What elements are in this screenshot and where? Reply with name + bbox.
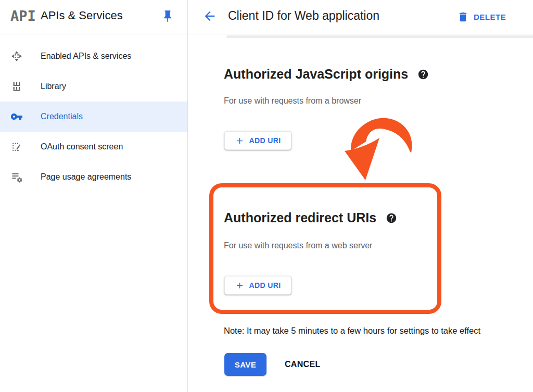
key-icon xyxy=(10,110,23,123)
settings-note: Note: It may take 5 minutes to a few hou… xyxy=(224,326,480,336)
arrow-back-icon xyxy=(202,17,217,25)
section-heading-text: Authorized redirect URIs xyxy=(224,210,376,225)
sidebar-item-credentials[interactable]: Credentials xyxy=(0,102,187,132)
plus-icon xyxy=(235,281,245,290)
enabled-apis-icon xyxy=(10,50,23,62)
sidebar-item-label: Credentials xyxy=(41,112,83,121)
section-description: For use with requests from a browser xyxy=(224,96,361,106)
delete-button-label: DELETE xyxy=(474,12,506,21)
sidebar-item-page-usage-agreements[interactable]: Page usage agreements xyxy=(0,162,187,192)
sidebar-item-label: OAuth consent screen xyxy=(41,142,123,151)
delete-button[interactable]: DELETE xyxy=(457,7,506,27)
section-heading-redirect-uris: Authorized redirect URIs xyxy=(224,210,397,225)
product-name: APIs & Services xyxy=(41,9,123,22)
section-heading-text: Authorized JavaScript origins xyxy=(224,67,408,82)
form-actions: SAVE CANCEL xyxy=(224,353,320,376)
help-icon[interactable] xyxy=(417,69,429,80)
sidebar-item-library[interactable]: Library xyxy=(0,71,187,102)
save-button[interactable]: SAVE xyxy=(224,353,266,376)
apis-services-console: API APIs & Services Client ID for Web ap… xyxy=(0,0,533,392)
annotation-highlight-box: Authorized redirect URIs For use with re… xyxy=(209,183,441,314)
plus-icon xyxy=(235,136,245,146)
annotation-arrow xyxy=(341,115,419,183)
sidebar-item-enabled-apis[interactable]: Enabled APIs & services xyxy=(0,41,187,71)
main-content: Authorized JavaScript origins For use wi… xyxy=(188,34,533,392)
add-uri-button-js-origins[interactable]: ADD URI xyxy=(224,131,291,150)
sidebar-divider xyxy=(187,0,188,392)
page-title: Client ID for Web application xyxy=(228,9,379,23)
scrolled-content-edge xyxy=(226,35,533,38)
sidebar-item-label: Library xyxy=(41,82,66,91)
library-icon xyxy=(10,80,23,93)
sidebar-item-label: Enabled APIs & services xyxy=(41,52,131,61)
add-uri-button-label: ADD URI xyxy=(249,281,281,289)
sidebar-item-label: Page usage agreements xyxy=(41,172,131,182)
api-product-logo: API xyxy=(10,8,36,24)
cancel-button[interactable]: CANCEL xyxy=(285,360,320,369)
top-app-bar: API APIs & Services Client ID for Web ap… xyxy=(0,0,533,34)
oauth-consent-icon xyxy=(10,141,23,153)
back-button[interactable] xyxy=(201,8,219,26)
sidebar-item-oauth-consent[interactable]: OAuth consent screen xyxy=(0,132,187,162)
add-uri-button-redirect-uris[interactable]: ADD URI xyxy=(224,276,291,295)
pushpin-icon xyxy=(161,17,174,24)
sidebar-nav: Enabled APIs & services Library xyxy=(0,34,187,392)
section-heading-js-origins: Authorized JavaScript origins xyxy=(224,67,429,82)
section-description: For use with requests from a web server xyxy=(224,241,372,250)
help-icon[interactable] xyxy=(386,212,397,224)
add-uri-button-label: ADD URI xyxy=(249,136,281,145)
pin-button[interactable] xyxy=(158,7,177,27)
trash-icon xyxy=(457,11,469,23)
page-agreements-icon xyxy=(10,171,23,183)
